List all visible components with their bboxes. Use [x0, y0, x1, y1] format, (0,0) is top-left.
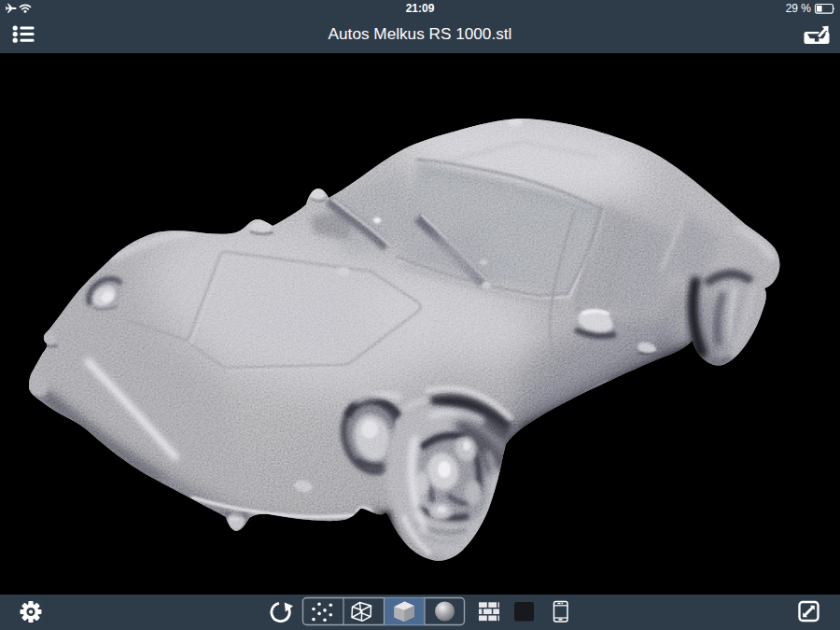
svg-text:21:09: 21:09: [406, 2, 435, 15]
svg-text:29 %: 29 %: [786, 2, 812, 15]
svg-text:Autos Melkus RS 1000.stl: Autos Melkus RS 1000.stl: [329, 24, 512, 43]
